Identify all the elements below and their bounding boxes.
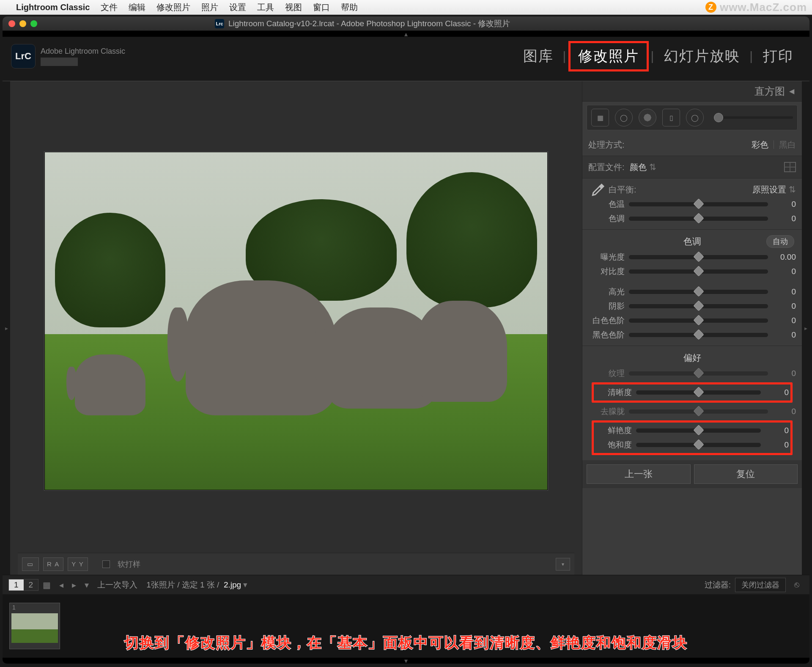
vibrance-slider[interactable]: 鲜艳度 0 xyxy=(595,423,789,438)
menu-photo[interactable]: 照片 xyxy=(201,2,218,13)
zoom-icon[interactable] xyxy=(30,20,37,27)
tool-strip: ▦ ◯ ▯ ◯ xyxy=(587,105,798,130)
chevron-updown-icon[interactable]: ⇅ xyxy=(789,184,796,195)
grid-view-icon[interactable]: ▦ xyxy=(43,580,51,590)
histogram-label: 直方图 xyxy=(754,85,785,98)
module-library[interactable]: 图库 xyxy=(516,43,561,69)
temp-slider[interactable]: 色温 0 xyxy=(588,197,796,211)
tone-section: 色调 自动 曝光度 0.00 对比度 0 高光 0 xyxy=(582,230,802,346)
titlebar-app-icon: Lrc xyxy=(215,19,224,28)
menu-tools[interactable]: 工具 xyxy=(257,2,274,13)
right-panel-toggle-icon[interactable]: ▸ xyxy=(802,81,809,575)
treatment-bw[interactable]: 黑白 xyxy=(779,139,796,151)
brush-size-slider[interactable] xyxy=(714,116,793,119)
profile-value[interactable]: 颜色 xyxy=(630,162,647,173)
graduated-filter-tool-icon[interactable]: ▯ xyxy=(662,109,680,126)
module-print[interactable]: 打印 xyxy=(755,43,801,69)
monitor-1[interactable]: 1 xyxy=(9,579,24,590)
auto-tone-button[interactable]: 自动 xyxy=(766,235,794,248)
window-title: Lightroom Catalog-v10-2.lrcat - Adobe Ph… xyxy=(228,18,510,29)
wb-eyedropper-icon[interactable] xyxy=(588,179,609,200)
redeye-tool-icon[interactable] xyxy=(639,109,656,126)
wb-preset[interactable]: 原照设置 xyxy=(752,184,786,195)
loupe-area: ▭ R A Y Y 软打样 ▾ xyxy=(10,81,582,575)
spot-removal-tool-icon[interactable]: ◯ xyxy=(615,109,633,126)
menu-develop[interactable]: 修改照片 xyxy=(156,2,190,13)
mac-menubar: Lightroom Classic 文件 编辑 修改照片 照片 设置 工具 视图… xyxy=(0,0,812,15)
filter-label: 过滤器: xyxy=(705,579,731,590)
crop-tool-icon[interactable]: ▦ xyxy=(591,109,609,126)
menu-view[interactable]: 视图 xyxy=(285,2,302,13)
breadcrumb[interactable]: 上一次导入 1张照片 / 选定 1 张 / 2.jpg ▾ xyxy=(97,579,247,590)
whites-slider[interactable]: 白色色阶 0 xyxy=(588,313,796,328)
nav-menu-icon[interactable]: ▾ xyxy=(85,580,89,590)
treatment-label: 处理方式: xyxy=(588,139,625,151)
filmstrip[interactable]: 1 切换到「修改照片」模块，在「基本」面板中可以看到清晰度、鲜艳度和饱和度滑块 xyxy=(3,594,809,658)
tint-slider[interactable]: 色调 0 xyxy=(588,211,796,226)
traffic-lights xyxy=(8,20,37,27)
menu-window[interactable]: 窗口 xyxy=(313,2,330,13)
loupe-view-icon[interactable]: ▭ xyxy=(22,557,39,571)
before-after-yy-button[interactable]: Y Y xyxy=(68,557,88,571)
filter-lock-icon[interactable]: ⎋ xyxy=(794,580,799,590)
develop-right-panel: 直方图 ◀ ▦ ◯ ▯ ◯ 处理方式: 彩色 黑白 xyxy=(582,81,802,575)
menubar-app-name[interactable]: Lightroom Classic xyxy=(16,3,90,12)
before-after-ra-button[interactable]: R A xyxy=(43,557,63,571)
window-titlebar: Lrc Lightroom Catalog-v10-2.lrcat - Adob… xyxy=(3,16,809,31)
clarity-slider[interactable]: 清晰度 0 xyxy=(595,385,789,400)
radial-filter-tool-icon[interactable]: ◯ xyxy=(686,109,704,126)
nav-next-icon[interactable]: ▸ xyxy=(72,580,76,590)
module-slideshow[interactable]: 幻灯片放映 xyxy=(656,43,748,69)
menu-file[interactable]: 文件 xyxy=(101,2,118,13)
menu-help[interactable]: 帮助 xyxy=(341,2,358,13)
vibrance-saturation-highlight: 鲜艳度 0 饱和度 0 xyxy=(592,420,793,455)
close-icon[interactable] xyxy=(8,20,15,27)
highlights-slider[interactable]: 高光 0 xyxy=(588,285,796,299)
reset-button[interactable]: 复位 xyxy=(694,464,798,484)
profile-section: 配置文件: 颜色 ⇅ xyxy=(582,156,802,178)
exposure-slider[interactable]: 曝光度 0.00 xyxy=(588,250,796,264)
brand-label: Adobe Lightroom Classic xyxy=(41,47,125,56)
panel-footer-buttons: 上一张 复位 xyxy=(582,460,802,488)
menu-edit[interactable]: 编辑 xyxy=(129,2,145,13)
presence-title: 偏好 xyxy=(683,352,701,364)
tone-title: 色调 xyxy=(683,236,701,247)
bottom-panel-toggle-icon[interactable]: ▾ xyxy=(3,658,809,664)
minimize-icon[interactable] xyxy=(19,20,26,27)
filmstrip-header: 1 2 ▦ ◂ ▸ ▾ 上一次导入 1张照片 / 选定 1 张 / 2.jpg … xyxy=(3,575,809,594)
profile-browser-icon[interactable] xyxy=(784,162,796,172)
tutorial-annotation: 切换到「修改照片」模块，在「基本」面板中可以看到清晰度、鲜艳度和饱和度滑块 xyxy=(19,633,793,653)
top-panel-toggle-icon[interactable]: ▴ xyxy=(3,31,809,37)
module-develop[interactable]: 修改照片 xyxy=(568,41,649,71)
texture-slider[interactable]: 纹理 0 xyxy=(588,366,796,381)
watermark: Z www.MacZ.com xyxy=(705,1,807,14)
app-window: Lrc Lightroom Catalog-v10-2.lrcat - Adob… xyxy=(3,16,809,664)
image-canvas[interactable] xyxy=(18,89,574,553)
profile-label: 配置文件: xyxy=(588,162,625,173)
treatment-color[interactable]: 彩色 xyxy=(752,139,768,151)
shadows-slider[interactable]: 阴影 0 xyxy=(588,299,796,313)
watermark-badge-icon: Z xyxy=(705,2,716,13)
contrast-slider[interactable]: 对比度 0 xyxy=(588,264,796,279)
filter-dropdown[interactable]: 关闭过滤器 xyxy=(735,578,786,592)
clarity-highlight: 清晰度 0 xyxy=(592,382,793,403)
nav-prev-icon[interactable]: ◂ xyxy=(59,580,63,590)
dehaze-slider[interactable]: 去朦胧 0 xyxy=(588,404,796,419)
histogram-header[interactable]: 直方图 ◀ xyxy=(582,81,802,102)
previous-button[interactable]: 上一张 xyxy=(587,464,691,484)
wb-label: 白平衡: xyxy=(609,184,636,195)
treatment-section: 处理方式: 彩色 黑白 xyxy=(582,134,802,156)
soft-proof-checkbox[interactable] xyxy=(102,560,110,568)
monitor-2[interactable]: 2 xyxy=(24,579,38,590)
soft-proof-label: 软打样 xyxy=(118,559,140,569)
left-panel-toggle-icon[interactable]: ▸ xyxy=(3,81,10,575)
saturation-slider[interactable]: 饱和度 0 xyxy=(595,438,789,452)
menu-settings[interactable]: 设置 xyxy=(229,2,246,13)
module-picker: 图库 | 修改照片 | 幻灯片放映 | 打印 xyxy=(516,41,801,71)
blacks-slider[interactable]: 黑色色阶 0 xyxy=(588,328,796,342)
watermark-text: www.MacZ.com xyxy=(720,1,807,14)
identity-plate-placeholder xyxy=(41,58,78,66)
lrc-badge-icon: LrC xyxy=(11,44,36,69)
toolbar-options-dropdown[interactable]: ▾ xyxy=(556,558,570,571)
chevron-updown-icon[interactable]: ⇅ xyxy=(649,162,656,172)
